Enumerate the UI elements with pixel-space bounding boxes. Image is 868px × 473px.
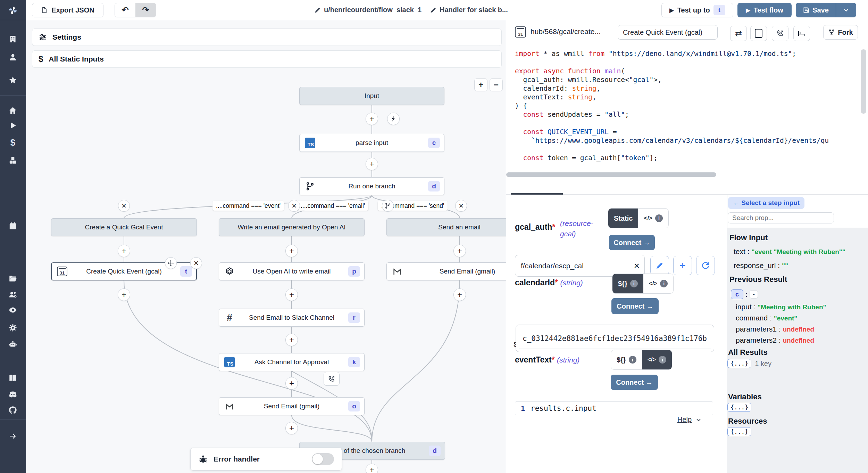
user-icon[interactable]: [8, 52, 18, 63]
zoom-out-button[interactable]: −: [490, 78, 503, 91]
add-step-button[interactable]: +: [366, 158, 378, 170]
flow-settings-bar[interactable]: Settings: [32, 28, 502, 46]
save-dropdown-button[interactable]: [836, 3, 856, 17]
add-step-button[interactable]: +: [285, 377, 298, 390]
mode-javascript[interactable]: </>i: [642, 350, 672, 369]
flow-path-crumb[interactable]: u/henricourdent/flow_slack_1: [314, 0, 422, 20]
sleep-button[interactable]: [793, 26, 810, 41]
add-step-button[interactable]: +: [453, 288, 466, 301]
calendar-id-connect-button[interactable]: Connect →: [611, 298, 659, 314]
error-handler-toggle[interactable]: [312, 453, 334, 465]
help-link[interactable]: Help: [677, 416, 702, 424]
building-icon[interactable]: [8, 34, 18, 44]
docs-book-icon[interactable]: [8, 373, 18, 383]
github-icon[interactable]: [8, 405, 18, 415]
prop-row[interactable]: parameters2 : undefined: [736, 336, 814, 344]
suspend-button[interactable]: [772, 26, 788, 41]
resource-value[interactable]: f/calendar/escp_cal: [515, 262, 634, 270]
step-summary-input[interactable]: [618, 25, 718, 40]
add-step-button[interactable]: +: [118, 245, 130, 257]
discord-icon[interactable]: [8, 389, 18, 400]
variables-icon[interactable]: $: [8, 137, 18, 148]
resources-object[interactable]: {...}: [727, 427, 751, 436]
parse-input-node[interactable]: TS parse input c: [299, 134, 444, 152]
eye-icon[interactable]: [8, 305, 18, 315]
add-resource-button[interactable]: +: [673, 256, 692, 275]
runs-icon[interactable]: [8, 120, 18, 131]
add-step-button[interactable]: +: [118, 288, 130, 301]
robot-icon[interactable]: [8, 339, 18, 349]
clear-resource-button[interactable]: ×: [634, 260, 644, 271]
save-button[interactable]: Save: [796, 6, 836, 14]
search-prop-input[interactable]: [728, 212, 834, 223]
delete-branch-button[interactable]: ×: [455, 200, 467, 212]
branch-condition[interactable]: ....command === 'email': [297, 201, 368, 211]
groups-icon[interactable]: [8, 289, 18, 300]
add-step-button[interactable]: +: [366, 113, 378, 125]
schedules-icon[interactable]: [8, 221, 18, 231]
edit-resource-button[interactable]: [650, 256, 669, 275]
test-flow-button[interactable]: ▶ Test flow: [737, 3, 792, 17]
trigger-button[interactable]: [387, 113, 400, 125]
gcal-auth-connect-button[interactable]: Connect →: [609, 235, 655, 250]
calendar-id-value[interactable]: c_0312442e881ae6fcf1dec23f54916a389f1c17…: [519, 328, 711, 349]
mode-static[interactable]: Static: [608, 209, 638, 228]
collapse-button[interactable]: -: [750, 290, 758, 299]
hub-script-path[interactable]: hub/568/gcal/create...: [531, 27, 601, 36]
approval-step-node[interactable]: TS Ask Channel for Approval k: [219, 353, 365, 371]
input-node[interactable]: Input: [299, 87, 444, 105]
resources-icon[interactable]: [8, 155, 18, 165]
redo-button[interactable]: ↷: [135, 3, 156, 17]
add-step-button[interactable]: +: [453, 245, 466, 257]
prev-result-key-pill[interactable]: c: [731, 289, 743, 299]
flow-title-crumb[interactable]: Handler for slack b...: [430, 0, 508, 20]
fork-button[interactable]: Fork: [823, 25, 858, 40]
suspend-step-button[interactable]: [324, 372, 340, 386]
select-step-input-pill[interactable]: ← Select a step input: [728, 197, 804, 209]
slack-step-node[interactable]: # Send Email to Slack Channel r: [219, 309, 365, 327]
mode-javascript[interactable]: </>i: [638, 209, 668, 228]
add-step-button[interactable]: +: [285, 422, 298, 434]
add-branch-button[interactable]: [382, 200, 394, 212]
mode-template[interactable]: ${}i: [611, 350, 642, 369]
windmill-logo[interactable]: [8, 5, 18, 16]
folder-icon[interactable]: [8, 273, 18, 284]
zoom-in-button[interactable]: +: [474, 78, 487, 91]
export-json-button[interactable]: Export JSON: [32, 3, 103, 17]
run-one-branch-node[interactable]: Run one branch d: [299, 177, 444, 195]
delete-step-button[interactable]: ×: [190, 257, 202, 269]
prop-row[interactable]: response_url : "": [734, 261, 788, 270]
event-text-connect-button[interactable]: Connect →: [611, 375, 658, 390]
add-step-button[interactable]: +: [285, 245, 298, 257]
mode-javascript[interactable]: </>i: [643, 274, 674, 293]
move-step-button[interactable]: [165, 257, 177, 269]
box-button[interactable]: [750, 26, 767, 41]
event-text-expr-editor[interactable]: 1 results.c.input: [515, 401, 713, 415]
static-inputs-bar[interactable]: $ All Static Inputs: [32, 50, 502, 68]
add-step-button[interactable]: +: [285, 288, 298, 301]
code-h-scrollbar[interactable]: [506, 172, 716, 177]
branch-header[interactable]: Write an email generated by Open AI: [219, 218, 365, 236]
prop-row[interactable]: command : "event": [736, 314, 797, 322]
openai-step-node[interactable]: Use Open AI to write email p: [219, 262, 365, 280]
variables-object[interactable]: {...}: [727, 403, 751, 412]
swap-path-button[interactable]: ⇄: [730, 26, 747, 41]
branch-header[interactable]: Create a Quick Gcal Event: [51, 218, 197, 236]
gear-icon[interactable]: [8, 323, 18, 333]
star-icon[interactable]: [8, 75, 18, 85]
prop-row[interactable]: input : "Meeting with Ruben": [736, 303, 826, 311]
add-step-button[interactable]: +: [366, 464, 378, 473]
delete-branch-button[interactable]: ×: [118, 200, 130, 212]
add-step-button[interactable]: +: [285, 334, 298, 346]
all-results-object[interactable]: {...}: [727, 359, 751, 368]
prop-row[interactable]: parameters1 : undefined: [736, 325, 814, 333]
prop-row[interactable]: text : "event "Meeting with Ruben"": [734, 247, 845, 256]
gmail-step-node-2[interactable]: Send Email (gmail) o: [219, 397, 365, 415]
undo-button[interactable]: ↶: [115, 5, 135, 15]
code-v-scrollbar[interactable]: [861, 49, 866, 114]
delete-branch-button[interactable]: ×: [288, 200, 300, 212]
code-editor[interactable]: import * as wmill from "https://deno.lan…: [515, 49, 855, 171]
home-icon[interactable]: [8, 105, 18, 116]
refresh-resource-button[interactable]: [696, 256, 715, 275]
branch-condition[interactable]: ....command === 'event': [212, 201, 284, 211]
